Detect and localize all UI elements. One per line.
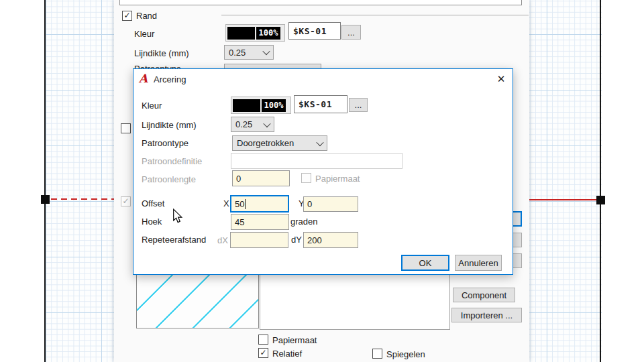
dialog-title: Arcering (154, 74, 186, 84)
bg-row-checkbox-disabled-checked: ✓ (121, 196, 131, 206)
check-icon: ✓ (122, 197, 129, 205)
hoek-label: Hoek (142, 217, 162, 227)
kleur-label: Kleur (142, 101, 162, 111)
patroonlengte-field[interactable]: 0 (232, 170, 290, 186)
hoek-field[interactable]: 45 (231, 214, 289, 230)
arcering-dialog: A Arcering ✕ Kleur 100% $KS-01 ... Lijnd… (133, 68, 513, 275)
papiermaat-label: Papiermaat (272, 335, 317, 345)
selection-handle-left[interactable] (41, 195, 50, 204)
group-divider (221, 15, 529, 15)
close-icon[interactable]: ✕ (494, 72, 508, 86)
relatief-label: Relatief (272, 349, 302, 359)
patroontype-label: Patroontype (142, 138, 189, 148)
color-swatch-black (227, 27, 255, 40)
offset-x-field[interactable]: 50 (230, 195, 289, 213)
spiegelen-label: Spiegelen (386, 349, 425, 359)
mouse-cursor (172, 208, 182, 223)
cancel-button[interactable]: Annuleren (455, 255, 502, 271)
patroonlengte-label: Patroonlengte (142, 174, 196, 184)
importeren-button[interactable]: Importeren ... (451, 308, 522, 322)
selected-line-dashed (51, 198, 114, 200)
rand-checkbox[interactable]: ✓ (122, 11, 132, 21)
selection-handle-right[interactable] (596, 196, 605, 204)
bg-color-swatch[interactable]: 100% (225, 24, 285, 42)
bg-color-name-field[interactable]: $KS-01 (288, 22, 341, 40)
dy-field[interactable]: 200 (303, 232, 358, 248)
component-button[interactable]: Component (453, 288, 515, 302)
patroontype-dropdown[interactable]: Doorgetrokken (232, 135, 327, 151)
ok-button[interactable]: OK (401, 255, 449, 271)
papiermaat-dialog-label: Papiermaat (315, 174, 360, 184)
lijndikte-dropdown[interactable]: 0.25 (231, 117, 274, 132)
chevron-down-icon (263, 119, 270, 127)
pattern-listbox[interactable] (260, 274, 450, 330)
selected-line-solid (529, 199, 597, 200)
relatief-checkbox[interactable]: ✓ (258, 348, 268, 358)
dx-field[interactable] (230, 232, 288, 248)
frame-line-right (600, 0, 601, 362)
check-icon: ✓ (123, 11, 130, 19)
papiermaat-dialog-checkbox (301, 173, 311, 183)
text-caret (245, 199, 246, 209)
top-field-partial[interactable] (119, 0, 522, 5)
bg-kleur-label: Kleur (134, 29, 154, 39)
frame-line-left (44, 0, 46, 362)
offset-label: Offset (142, 198, 164, 208)
graden-label: graden (290, 217, 317, 227)
color-opacity: 100% (262, 99, 286, 112)
color-opacity: 100% (256, 27, 280, 40)
chevron-down-icon (262, 48, 270, 55)
bg-color-browse-button[interactable]: ... (341, 25, 361, 40)
bg-patroontype-label: Patroontype (134, 64, 181, 68)
hatch-preview[interactable] (136, 274, 259, 328)
color-name-field[interactable]: $KS-01 (294, 95, 347, 113)
offset-y-field[interactable]: 0 (303, 196, 358, 212)
bg-patroontype-dropdown[interactable] (224, 64, 321, 68)
bg-patroontype-row-clipped: Patroontype (114, 59, 529, 68)
repeteerafstand-label: Repeteerafstand (142, 235, 206, 245)
rand-label: Rand (136, 11, 157, 21)
check-icon: ✓ (260, 349, 266, 357)
lijndikte-label: Lijndikte (mm) (142, 120, 197, 130)
chevron-down-icon (316, 138, 323, 145)
offset-x-label: X (223, 198, 229, 208)
dy-label: dY (291, 235, 302, 245)
bg-lijndikte-dropdown[interactable]: 0.25 (224, 45, 274, 60)
color-swatch-black (233, 99, 260, 112)
dx-label: dX (217, 235, 228, 245)
color-swatch[interactable]: 100% (231, 97, 291, 114)
spiegelen-checkbox[interactable] (372, 349, 382, 359)
bg-row-checkbox-unchecked[interactable] (121, 123, 131, 133)
app-logo-icon: A (139, 73, 150, 84)
color-browse-button[interactable]: ... (349, 98, 368, 112)
patroondefinitie-field[interactable] (231, 153, 402, 169)
papiermaat-checkbox[interactable] (258, 335, 268, 345)
bg-lijndikte-label: Lijndikte (mm) (134, 48, 189, 58)
patroondefinitie-label: Patroondefinitie (142, 156, 202, 166)
